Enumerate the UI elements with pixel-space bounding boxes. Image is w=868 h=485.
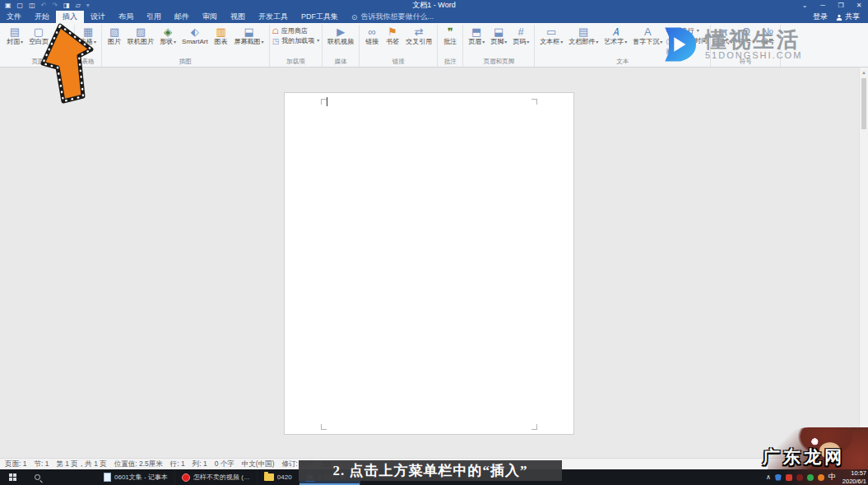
- redo-icon[interactable]: ↷: [52, 0, 58, 11]
- pictures-icon: ▧: [109, 26, 119, 38]
- music-app-icon[interactable]: [796, 474, 803, 481]
- wordart-button[interactable]: Ａ 艺术字▾: [601, 25, 629, 47]
- status-position[interactable]: 位置值: 2.5厘米: [114, 459, 163, 469]
- dropdown-icon: ▾: [560, 38, 563, 46]
- close-button[interactable]: ✕: [850, 0, 868, 11]
- tab-insert[interactable]: 插入: [56, 11, 84, 23]
- store-button[interactable]: ☖ 应用商店: [272, 26, 320, 35]
- button-label: 页码: [513, 38, 526, 46]
- bookmark-icon: ⚑: [388, 26, 397, 38]
- screenshot-button[interactable]: ⬓ 屏幕截图▾: [232, 25, 267, 47]
- group-media: ▶ 联机视频 媒体: [323, 25, 360, 67]
- online-video-button[interactable]: ▶ 联机视频: [325, 25, 356, 47]
- new-icon[interactable]: ▢: [17, 0, 24, 11]
- task-notepad[interactable]: 0601文集 - 记事本: [97, 469, 175, 485]
- task-label: 0601文集 - 记事本: [114, 473, 168, 482]
- task-label: 0420: [277, 473, 292, 481]
- folder-icon: [264, 473, 274, 481]
- status-word-count[interactable]: 0 个字: [215, 459, 234, 469]
- window-controls: ⌄ ─ ❒ ✕: [796, 0, 868, 11]
- smartart-button[interactable]: ⬖ SmartArt: [179, 25, 211, 47]
- comment-button[interactable]: ❞ 批注: [440, 25, 460, 47]
- button-label: 封面: [7, 38, 20, 46]
- bookmark-button[interactable]: ⚑ 书签: [383, 25, 402, 47]
- status-section[interactable]: 节: 1: [34, 459, 49, 469]
- cloud-app-icon[interactable]: [818, 474, 824, 481]
- group-label-addins: 加载项: [272, 57, 320, 67]
- taskbar-search-button[interactable]: [25, 474, 49, 480]
- tab-layout[interactable]: 布局: [112, 11, 140, 23]
- smartart-icon: ⬖: [191, 26, 199, 38]
- status-page-count[interactable]: 第 1 页，共 1 页: [56, 459, 106, 469]
- start-button[interactable]: [0, 469, 25, 485]
- ribbon-options-icon[interactable]: ⌄: [796, 0, 814, 11]
- online-pictures-button[interactable]: ▨ 联机图片: [125, 25, 156, 47]
- scrollbar-thumb[interactable]: [861, 78, 866, 129]
- tab-pdf-tools[interactable]: PDF工具集: [295, 11, 345, 23]
- minimize-button[interactable]: ─: [814, 0, 832, 11]
- tab-references[interactable]: 引用: [140, 11, 168, 23]
- tab-home[interactable]: 开始: [28, 11, 56, 23]
- button-label: 艺术字: [604, 38, 624, 46]
- dropdown-icon: ▾: [174, 38, 176, 46]
- tab-view[interactable]: 视图: [224, 11, 252, 23]
- tab-file[interactable]: 文件: [0, 11, 28, 23]
- footer-button[interactable]: ⬓ 页脚▾: [488, 25, 509, 47]
- security-shield-icon[interactable]: [775, 474, 782, 481]
- tab-review[interactable]: 审阅: [196, 11, 224, 23]
- status-line[interactable]: 行: 1: [170, 459, 185, 469]
- quick-parts-button[interactable]: ▤ 文档部件▾: [566, 25, 601, 47]
- online-video-icon: ▶: [337, 26, 345, 38]
- cover-page-button[interactable]: ▤ 封面▾: [4, 25, 26, 47]
- store-icon: ☖: [272, 27, 279, 35]
- share-button[interactable]: 共享: [836, 12, 860, 22]
- task-video-app[interactable]: 怎样不卖的视频 (…: [175, 469, 258, 485]
- undo-icon[interactable]: ↶: [41, 0, 47, 11]
- scroll-up-icon[interactable]: ▲: [860, 68, 868, 77]
- button-label: 文档部件: [569, 38, 595, 46]
- signin-link[interactable]: 登录: [813, 12, 828, 22]
- document-page[interactable]: [285, 93, 573, 434]
- page-number-button[interactable]: # 页码▾: [510, 25, 531, 47]
- text-box-button[interactable]: ▭ 文本框▾: [537, 25, 565, 47]
- restore-button[interactable]: ❒: [832, 0, 850, 11]
- group-label-links: 链接: [362, 57, 434, 67]
- chart-button[interactable]: ▥ 图表: [211, 25, 231, 47]
- header-button[interactable]: ⬒ 页眉▾: [466, 25, 487, 47]
- button-label: 联机图片: [128, 38, 154, 46]
- windows-logo-icon: [9, 473, 16, 481]
- vertical-scrollbar[interactable]: ▲: [859, 68, 868, 458]
- hyperlink-button[interactable]: ∞ 链接: [362, 25, 382, 47]
- document-canvas[interactable]: ▲: [0, 68, 868, 458]
- dropdown-icon: ▾: [482, 38, 485, 46]
- messenger-icon[interactable]: [807, 474, 814, 481]
- tab-mailings[interactable]: 邮件: [168, 11, 196, 23]
- share-label: 共享: [845, 12, 860, 22]
- antivirus-icon[interactable]: [786, 474, 792, 481]
- status-column[interactable]: 列: 1: [193, 459, 207, 469]
- clock-date: 2020/6/1: [842, 478, 866, 485]
- status-page[interactable]: 页面: 1: [5, 459, 26, 469]
- touch-mode-icon[interactable]: ◨: [63, 0, 70, 11]
- shapes-icon: ◈: [164, 26, 172, 38]
- tab-developer[interactable]: 开发工具: [252, 11, 295, 23]
- status-language[interactable]: 中文(中国): [242, 459, 275, 469]
- qat-customize-icon[interactable]: ▾: [86, 0, 90, 11]
- open-icon[interactable]: ▱: [76, 0, 81, 11]
- tell-me-box[interactable]: ⊙ 告诉我你想要做什么...: [345, 11, 440, 23]
- margin-mark: [321, 424, 327, 430]
- task-folder[interactable]: 0420: [258, 469, 299, 485]
- footer-icon: ⬓: [494, 26, 504, 38]
- brand-url: 51DONGSHI.COM: [705, 50, 802, 61]
- cross-reference-button[interactable]: ⇄ 交叉引用: [403, 25, 434, 47]
- print-preview-icon[interactable]: ◫: [29, 0, 35, 11]
- tray-expand-icon[interactable]: ∧: [766, 473, 771, 481]
- taskbar-clock[interactable]: 10:57 2020/6/1: [842, 469, 866, 485]
- my-addins-button[interactable]: ◳ 我的加载项 ▾: [272, 36, 320, 45]
- tab-design[interactable]: 设计: [84, 11, 112, 23]
- pictures-button[interactable]: ▧ 图片: [104, 25, 124, 47]
- shapes-button[interactable]: ◈ 形状▾: [157, 25, 179, 47]
- ime-indicator[interactable]: 中: [829, 472, 836, 483]
- save-icon[interactable]: ▣: [5, 0, 12, 11]
- page-number-icon: #: [518, 26, 524, 38]
